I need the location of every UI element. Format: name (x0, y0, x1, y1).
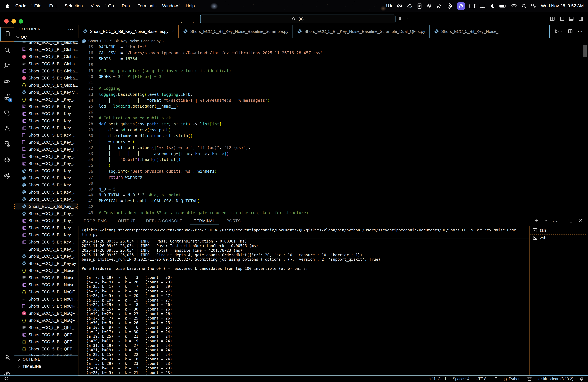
editor-tab-4[interactable]: Shors_ECC_5_Bit_Key_Noise_Baseline_One (430, 25, 499, 38)
menu-item-run[interactable]: Run (118, 3, 134, 8)
forward-arrow-icon[interactable]: → (189, 18, 195, 24)
file-row[interactable]: Shors_ECC_5_Bit_Key_... (14, 160, 78, 167)
file-row[interactable]: Shors_ECC_5_Bit_Key_... (14, 224, 78, 231)
status-eol[interactable]: LF (493, 377, 497, 381)
layout-dropdown-icon[interactable] (399, 16, 408, 21)
record-icon[interactable] (397, 3, 402, 9)
menu-item-edit[interactable]: Edit (45, 3, 61, 8)
folder-root-qc[interactable]: QC (14, 33, 78, 41)
outline-section[interactable]: OUTLINE (14, 356, 78, 363)
do-not-disturb-moon-icon[interactable] (490, 3, 495, 9)
file-row[interactable]: {}Shors_ECC_5_Bit_Key_... (14, 96, 78, 103)
toggle-secondary-sidebar-icon[interactable] (578, 16, 583, 22)
file-row[interactable]: Shors_ECC_5_Bit_Key_... (14, 246, 78, 253)
file-row[interactable]: Shors_ECC_5_Bit_Key.py (14, 260, 78, 267)
file-row[interactable]: Shors_ECC_5_Bit_Key_... (14, 153, 78, 160)
status-notifications[interactable] (580, 377, 584, 381)
file-row[interactable]: Shors_ECC_5_Bit_Key_... (14, 117, 78, 125)
status-copilot[interactable] (527, 377, 532, 381)
file-row[interactable]: {}Shors_ECC_5_Bit_Globa... (14, 82, 78, 89)
battery-icon[interactable] (499, 4, 507, 8)
activity-testing[interactable] (0, 121, 14, 136)
apple-menu-icon[interactable] (5, 4, 10, 8)
file-row[interactable]: Shors_ECC_5_Bit_QFT_... (14, 324, 78, 331)
file-row[interactable]: {}Shors_ECC_5_Bit_Noise... (14, 267, 78, 274)
menu-item-window[interactable]: Window (158, 3, 182, 8)
arc-icon[interactable] (436, 3, 442, 9)
activity-accounts[interactable] (0, 350, 14, 365)
wifi-icon[interactable] (511, 4, 517, 8)
menu-item-help[interactable]: Help (182, 3, 199, 8)
editor-tab-2[interactable]: Shors_ECC_5_Bit_Key_Noise_Baseline_Scram… (179, 25, 293, 38)
file-row[interactable]: Shors_ECC_5_Bit_Key V... (14, 89, 78, 96)
activity-python[interactable] (0, 168, 14, 183)
new-terminal-icon[interactable] (534, 218, 539, 224)
file-row[interactable]: Shors_ECC_5_Bit_Noise... (14, 281, 78, 289)
toggle-primary-sidebar-icon[interactable] (559, 16, 565, 22)
activity-source-control[interactable] (0, 59, 14, 73)
toggle-panel-icon[interactable] (569, 16, 574, 22)
panel-tab-output[interactable]: OUTPUT (112, 216, 141, 226)
file-row[interactable]: Shors_ECC_5_Bit_Globa... (14, 53, 78, 60)
panel-tab-ports[interactable]: PORTS (221, 216, 246, 226)
panel-more-icon[interactable]: ⋯ (552, 218, 558, 224)
activity-extensions[interactable]: 1 (0, 90, 14, 104)
file-row[interactable]: Shors_ECC_5_Bit_Globa... (14, 60, 78, 67)
spotlight-icon[interactable] (521, 3, 526, 9)
breadcrumb[interactable]: Shors_ECC_5_Bit_Key_Noise_Baseline.py › … (78, 38, 588, 44)
status-cursor-position[interactable]: Ln 11, Col 1 (426, 377, 446, 381)
terminal-instance-zsh[interactable]: zsh (530, 227, 586, 234)
file-row[interactable]: Shors_ECC_5_Bit_Globa... (14, 46, 78, 53)
close-panel-icon[interactable] (578, 218, 583, 224)
status-encoding[interactable]: UTF-8 (476, 377, 486, 381)
menu-item-code[interactable]: Code (11, 3, 30, 8)
editor-tab-3[interactable]: Shors_ECC_5_Bit_Key_Noise_Baseline_Scram… (293, 25, 430, 38)
menu-item-file[interactable]: File (30, 3, 45, 8)
explorer-more-icon[interactable]: ··· (68, 26, 74, 32)
control-center-icon[interactable] (531, 3, 537, 9)
activity-copilot-chat[interactable] (0, 106, 14, 120)
file-row[interactable]: Shors_ECC_5_Bit_Key_... (14, 253, 78, 260)
menu-item-selection[interactable]: Selection (61, 3, 87, 8)
code-editor[interactable]: 15BACKEND = "ibm_fez"16CAL_CSV = "/Users… (78, 44, 588, 216)
file-row[interactable]: Shors_ECC_5_Bit_Key_... (14, 189, 78, 196)
file-row[interactable]: {}Shors_ECC_5_Bit_QFT_... (14, 346, 78, 353)
file-row[interactable]: Shors_ECC_5_Bit_Key_... (14, 174, 78, 181)
file-row[interactable]: Shors_ECC_5_Bit_NoQF... (14, 310, 78, 317)
file-row[interactable]: Shors_ECC_5_Bit_QFT_... (14, 331, 78, 338)
menu-item-view[interactable]: View (87, 3, 104, 8)
file-row[interactable]: Shors_ECC_5_Bit_Key_... (14, 181, 78, 189)
timeline-section[interactable]: TIMELINE (14, 363, 78, 370)
status-indentation[interactable]: Spaces: 4 (453, 377, 469, 381)
back-arrow-icon[interactable]: ← (180, 18, 185, 24)
split-editor-icon[interactable] (568, 29, 573, 34)
file-row[interactable]: {}Shors_ECC_5_Bit_QFT_... (14, 338, 78, 346)
maximize-panel-icon[interactable] (568, 218, 573, 224)
file-row[interactable]: Shors_ECC_5_Bit_Key_... (14, 239, 78, 246)
file-row[interactable]: Shors_ECC_5_Bit_Noise... (14, 274, 78, 281)
file-row[interactable]: Shors_ECC_5_Bit_QFT (14, 353, 78, 356)
input-source-label[interactable]: UA (386, 3, 392, 8)
display-icon[interactable] (480, 3, 485, 9)
terminal-profile-chevron-icon[interactable] (544, 219, 548, 223)
file-row[interactable]: Shors_ECC_5_Bit_Key_... (14, 217, 78, 224)
panel-tab-debug-console[interactable]: DEBUG CONSOLE (141, 216, 188, 226)
file-row[interactable]: Shors_ECC_5_Bit_Key_... (14, 196, 78, 203)
menu-item-terminal[interactable]: Terminal (134, 3, 158, 8)
active-app-icon[interactable] (457, 2, 465, 10)
activity-search[interactable] (0, 43, 14, 57)
menu-bar-clock[interactable]: Wed Nov 26 9:52 AM (541, 3, 584, 8)
notes-icon[interactable] (417, 3, 422, 9)
activity-explorer[interactable] (0, 27, 14, 42)
file-row[interactable]: Shors_ECC_5_Bit_Globa... (14, 75, 78, 82)
more-actions-icon[interactable]: ⋯ (578, 29, 583, 34)
file-row[interactable]: Shors_ECC_5_Bit_Key_... (14, 139, 78, 146)
activity-run-debug[interactable] (0, 74, 14, 89)
activity-code-runner[interactable] (0, 137, 14, 151)
file-row[interactable]: Shors_ECC_5_Bit_Globa... (14, 67, 78, 75)
close-window-button[interactable] (4, 19, 9, 23)
file-row[interactable]: Shors_ECC_5_Bit_NoQF... (14, 295, 78, 303)
file-row[interactable]: Shors_ECC_5_Bit_Globa... (14, 41, 78, 46)
file-row-active[interactable]: Shors_ECC_5_Bit_Key_... (14, 203, 78, 210)
status-language[interactable]: {}Python (503, 377, 520, 381)
